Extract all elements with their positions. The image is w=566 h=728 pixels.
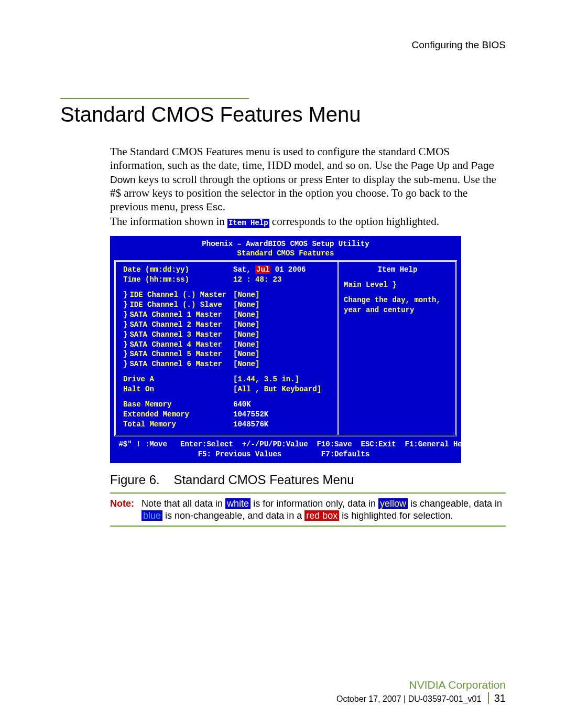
channel-label: SATA Channel 1 Master bbox=[129, 311, 222, 319]
footer-brand: NVIDIA Corporation bbox=[336, 679, 506, 691]
memory-value: 1048576K bbox=[233, 420, 268, 430]
memory-value: 1047552K bbox=[233, 410, 268, 420]
body-paragraphs: The Standard CMOS Features menu is used … bbox=[110, 145, 506, 229]
channel-row[interactable]: }SATA Channel 1 Master[None] bbox=[123, 310, 332, 320]
memory-label: Total Memory bbox=[123, 420, 233, 430]
channel-row[interactable]: }SATA Channel 5 Master[None] bbox=[123, 349, 332, 359]
section-rule bbox=[60, 98, 249, 99]
time-label: Time (hh:mm:ss) bbox=[123, 275, 233, 285]
item-help-title: Item Help bbox=[344, 265, 451, 275]
channel-value: [None] bbox=[233, 330, 259, 340]
note-label: Note: bbox=[110, 498, 142, 521]
channel-row[interactable]: }SATA Channel 3 Master[None] bbox=[123, 330, 332, 340]
page-number: 31 bbox=[488, 692, 506, 704]
item-help-inline: Item Help bbox=[227, 219, 269, 228]
channel-value: [None] bbox=[233, 300, 259, 310]
page-footer: NVIDIA Corporation October 17, 2007 | DU… bbox=[336, 679, 506, 704]
drive-a-label: Drive A bbox=[123, 374, 233, 384]
channel-label: SATA Channel 5 Master bbox=[129, 350, 222, 358]
halt-on-label: Halt On bbox=[123, 384, 233, 394]
memory-row: Total Memory1048576K bbox=[123, 420, 332, 430]
channel-label: SATA Channel 4 Master bbox=[129, 340, 222, 349]
paragraph-1: The Standard CMOS Features menu is used … bbox=[110, 145, 506, 213]
date-month-selected[interactable]: Jul bbox=[255, 265, 270, 274]
bios-frame: Date (mm:dd:yy) Sat, Jul 01 2006 Time (h… bbox=[114, 260, 457, 436]
running-header: Configuring the BIOS bbox=[60, 39, 506, 51]
bios-help-panel: Item Help Main Level } Change the day, m… bbox=[339, 262, 455, 434]
figure-caption: Figure 6. Standard CMOS Features Menu bbox=[110, 473, 506, 487]
paragraph-2: The information shown in Item Help corre… bbox=[110, 215, 506, 228]
note-block: Note: Note that all data in white is for… bbox=[110, 493, 506, 527]
channel-value: [None] bbox=[233, 349, 259, 359]
channel-label: IDE Channel (.) Slave bbox=[129, 301, 222, 309]
section-title: Standard CMOS Features Menu bbox=[60, 102, 506, 126]
date-label: Date (mm:dd:yy) bbox=[123, 265, 233, 275]
channel-value: [None] bbox=[233, 290, 259, 300]
bios-footer: #$" ! :Move Enter:Select +/-/PU/PD:Value… bbox=[114, 440, 457, 459]
bios-left-panel: Date (mm:dd:yy) Sat, Jul 01 2006 Time (h… bbox=[116, 262, 339, 434]
channel-label: IDE Channel (.) Master bbox=[129, 291, 226, 299]
footer-docline: October 17, 2007 | DU-03597-001_v01 bbox=[336, 694, 481, 703]
channel-value: [None] bbox=[233, 340, 259, 350]
channel-row[interactable]: }SATA Channel 4 Master[None] bbox=[123, 340, 332, 350]
channel-label: SATA Channel 6 Master bbox=[129, 360, 222, 368]
channel-value: [None] bbox=[233, 359, 259, 369]
channel-row[interactable]: }IDE Channel (.) Master[None] bbox=[123, 290, 332, 300]
help-level: Main Level } bbox=[344, 280, 451, 290]
memory-value: 640K bbox=[233, 400, 251, 410]
channel-label: SATA Channel 2 Master bbox=[129, 320, 222, 329]
time-value[interactable]: 12 : 48: 23 bbox=[233, 275, 281, 285]
halt-on-value[interactable]: [All , But Keyboard] bbox=[233, 384, 321, 394]
channel-value: [None] bbox=[233, 310, 259, 320]
channel-value: [None] bbox=[233, 320, 259, 330]
bios-screenshot: Phoenix – AwardBIOS CMOS Setup Utility S… bbox=[110, 236, 461, 464]
channel-label: SATA Channel 3 Master bbox=[129, 330, 222, 339]
memory-label: Base Memory bbox=[123, 400, 233, 410]
memory-row: Base Memory640K bbox=[123, 400, 332, 410]
channel-row[interactable]: }IDE Channel (.) Slave[None] bbox=[123, 300, 332, 310]
memory-row: Extended Memory1047552K bbox=[123, 410, 332, 420]
help-text: Change the day, month, year and century bbox=[344, 295, 451, 315]
memory-label: Extended Memory bbox=[123, 410, 233, 420]
drive-a-value[interactable]: [1.44, 3.5 in.] bbox=[233, 374, 299, 384]
bios-subtitle: Standard CMOS Features bbox=[114, 249, 457, 259]
bios-title: Phoenix – AwardBIOS CMOS Setup Utility bbox=[114, 239, 457, 249]
channel-row[interactable]: }SATA Channel 2 Master[None] bbox=[123, 320, 332, 330]
note-text: Note that all data in white is for infor… bbox=[142, 498, 506, 521]
channel-row[interactable]: }SATA Channel 6 Master[None] bbox=[123, 359, 332, 369]
